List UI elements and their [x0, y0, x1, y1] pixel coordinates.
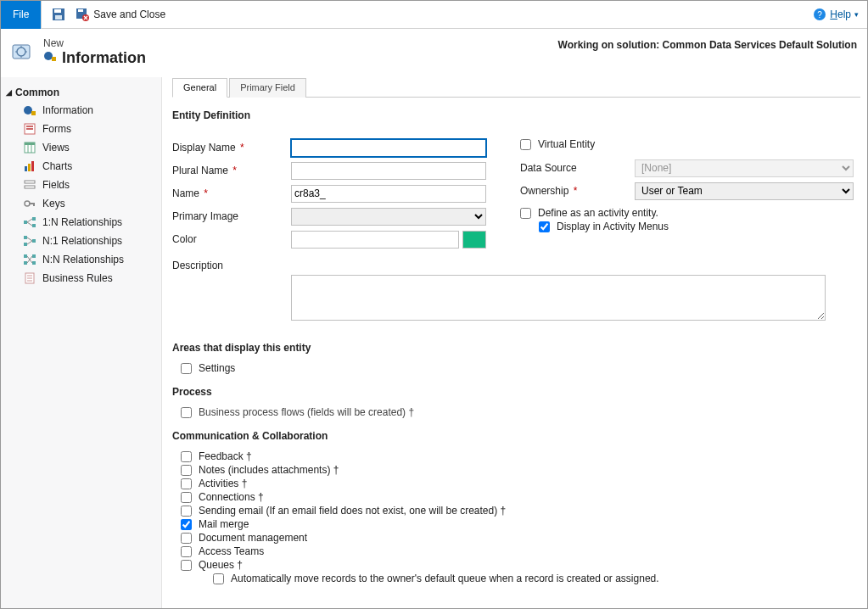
- solution-label: Working on solution: Common Data Service…: [558, 37, 857, 67]
- label-plural-name: Plural Name *: [172, 165, 291, 176]
- sidebar-item-keys[interactable]: Keys: [6, 194, 161, 213]
- svg-rect-31: [32, 224, 36, 227]
- label-feedback: Feedback †: [199, 450, 252, 462]
- mail-merge-checkbox[interactable]: [181, 519, 192, 530]
- activities-checkbox[interactable]: [181, 478, 192, 489]
- label-activities: Activities †: [199, 478, 247, 489]
- fields-icon: [23, 178, 36, 192]
- svg-rect-4: [78, 9, 83, 12]
- label-primary-image: Primary Image: [172, 210, 291, 222]
- svg-rect-2: [55, 15, 62, 20]
- primary-image-select[interactable]: [291, 208, 486, 226]
- svg-point-10: [44, 52, 53, 60]
- sidebar-item-nn-rel[interactable]: N:N Relationships: [6, 250, 161, 269]
- sidebar-item-fields[interactable]: Fields: [6, 176, 161, 194]
- feedback-checkbox[interactable]: [181, 451, 192, 462]
- label-define-activity: Define as an activity entity.: [538, 207, 658, 219]
- svg-rect-21: [25, 166, 27, 171]
- save-icon: [52, 8, 65, 21]
- sidebar-item-label: Keys: [42, 198, 65, 210]
- rules-icon: [23, 271, 36, 285]
- help-link[interactable]: ? HHelpelp ▾: [813, 8, 867, 21]
- rel-1n-icon: [23, 215, 36, 229]
- rel-nn-icon: [23, 253, 36, 266]
- svg-rect-16: [26, 128, 33, 130]
- sidebar-item-label: Fields: [42, 179, 70, 191]
- section-process: Process: [172, 386, 854, 398]
- nav-group-common[interactable]: ◢ Common: [6, 84, 161, 101]
- forms-icon: [23, 122, 36, 136]
- sidebar-item-1n-rel[interactable]: 1:N Relationships: [6, 213, 161, 232]
- header-subtitle: New: [43, 37, 146, 49]
- svg-rect-15: [26, 126, 33, 127]
- access-teams-checkbox[interactable]: [181, 546, 192, 557]
- doc-mgmt-checkbox[interactable]: [181, 533, 192, 544]
- define-activity-checkbox[interactable]: [520, 208, 531, 219]
- label-settings: Settings: [199, 362, 235, 374]
- svg-rect-1: [54, 9, 61, 13]
- svg-rect-33: [24, 236, 27, 239]
- description-textarea[interactable]: [291, 275, 826, 321]
- help-label: HHelpelp: [830, 8, 851, 20]
- save-button[interactable]: [42, 1, 70, 29]
- section-areas: Areas that display this entity: [172, 342, 854, 354]
- settings-checkbox[interactable]: [181, 363, 192, 374]
- data-source-select[interactable]: [None]: [635, 159, 854, 177]
- name-input[interactable]: [291, 185, 486, 203]
- svg-rect-24: [25, 181, 35, 183]
- display-name-input[interactable]: [291, 139, 486, 157]
- chevron-down-icon: ▾: [854, 10, 859, 19]
- rel-n1-icon: [23, 234, 36, 248]
- label-notes: Notes (includes attachments) †: [199, 464, 339, 476]
- label-name: Name *: [172, 187, 291, 199]
- section-entity-definition: Entity Definition: [172, 109, 854, 121]
- label-connections: Connections †: [199, 491, 264, 503]
- help-icon: ?: [813, 8, 826, 21]
- label-display-activity-menus: Display in Activity Menus: [557, 221, 669, 232]
- svg-rect-25: [25, 186, 35, 188]
- sidebar-item-label: Information: [42, 104, 93, 116]
- svg-text:?: ?: [818, 10, 823, 20]
- sidebar-item-label: Business Rules: [42, 272, 113, 284]
- keys-icon: [23, 197, 36, 210]
- svg-rect-11: [52, 57, 56, 61]
- svg-rect-35: [24, 254, 27, 258]
- display-activity-menus-checkbox[interactable]: [539, 221, 550, 232]
- sidebar-item-label: Forms: [42, 123, 71, 135]
- sending-email-checkbox[interactable]: [181, 506, 192, 517]
- auto-queue-checkbox[interactable]: [213, 573, 224, 584]
- save-close-icon: [76, 8, 89, 21]
- sidebar-nav: ◢ Common Information Forms Views Charts: [1, 77, 162, 609]
- label-data-source: Data Source: [520, 162, 635, 174]
- sidebar-item-business-rules[interactable]: Business Rules: [6, 269, 161, 288]
- sidebar-item-information[interactable]: Information: [6, 101, 161, 120]
- queues-checkbox[interactable]: [181, 560, 192, 571]
- charts-icon: [23, 159, 36, 173]
- main-panel: General Primary Field Entity Definition …: [162, 77, 867, 609]
- settings-gear-icon: [11, 41, 35, 64]
- bpf-checkbox[interactable]: [181, 407, 192, 418]
- tab-general[interactable]: General: [172, 78, 227, 98]
- virtual-entity-checkbox[interactable]: [520, 139, 531, 150]
- file-menu[interactable]: File: [1, 1, 42, 29]
- ownership-select[interactable]: User or Team: [635, 182, 854, 200]
- notes-checkbox[interactable]: [181, 465, 192, 476]
- connections-checkbox[interactable]: [181, 492, 192, 503]
- save-and-close-button[interactable]: Save and Close: [70, 1, 171, 29]
- sidebar-item-charts[interactable]: Charts: [6, 157, 161, 176]
- svg-rect-29: [24, 221, 27, 224]
- tab-primary-field[interactable]: Primary Field: [229, 78, 306, 98]
- page-title: Information: [43, 49, 146, 67]
- plural-name-input[interactable]: [291, 162, 486, 180]
- sidebar-item-views[interactable]: Views: [6, 138, 161, 157]
- sidebar-item-n1-rel[interactable]: N:1 Relationships: [6, 232, 161, 250]
- section-comm: Communication & Collaboration: [172, 430, 854, 442]
- color-swatch[interactable]: [462, 231, 486, 249]
- label-mail-merge: Mail merge: [199, 518, 249, 530]
- sidebar-item-forms[interactable]: Forms: [6, 120, 161, 138]
- color-input[interactable]: [291, 231, 459, 249]
- sidebar-item-label: Views: [42, 142, 70, 154]
- form-scroll-area[interactable]: Entity Definition Display Name * Plural …: [162, 98, 867, 609]
- svg-rect-38: [32, 261, 36, 265]
- label-color: Color: [172, 233, 291, 245]
